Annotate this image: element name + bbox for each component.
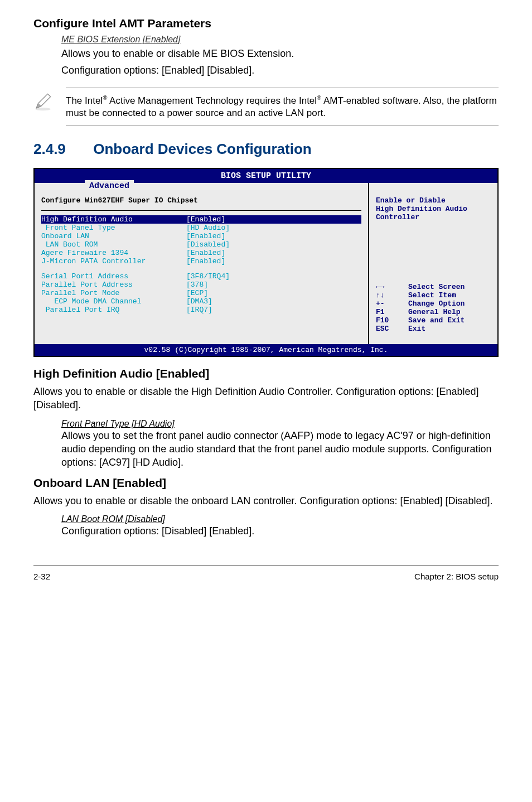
bios-hint-row: ←→Select Screen	[376, 283, 491, 291]
bios-setting-row: Parallel Port Mode[ECP]	[41, 289, 361, 297]
bios-setting-value: [ECP]	[186, 289, 361, 297]
svg-point-0	[35, 108, 50, 110]
hda-subheading: Front Panel Type [HD Audio]	[61, 419, 499, 429]
bios-setting-label: Serial Port1 Address	[41, 272, 186, 281]
bios-setting-row: High Definition Audio[Enabled]	[41, 215, 361, 224]
bios-hint-text: Select Screen	[408, 283, 465, 291]
bios-right-panel: Enable or DiableHigh Definition AudioCon…	[369, 183, 497, 344]
hda-text2: Allows you to set the front panel audio …	[61, 429, 499, 470]
bios-setting-row: Onboard LAN[Enabled]	[41, 232, 361, 240]
hda-text1: Allows you to enable or disable the High…	[33, 385, 499, 412]
bios-hint-key: ↑↓	[376, 291, 397, 299]
bios-setting-label: Onboard LAN	[41, 232, 186, 240]
bios-setting-row: Serial Port1 Address[3F8/IRQ4]	[41, 272, 361, 281]
bios-setting-value: [HD Audio]	[186, 224, 361, 232]
bios-hint-text: General Help	[408, 308, 461, 316]
lan-subheading: LAN Boot ROM [Disabled]	[61, 514, 499, 524]
bios-hint-row: F1General Help	[376, 308, 491, 316]
lan-section: Onboard LAN [Enabled] Allows you to enab…	[33, 476, 499, 538]
bios-setting-row: ECP Mode DMA Channel[DMA3]	[41, 297, 361, 306]
bios-setting-label: ECP Mode DMA Channel	[41, 297, 186, 306]
bios-setting-value: [IRQ7]	[186, 306, 361, 314]
bios-hint-key: +-	[376, 299, 397, 308]
bios-screenshot: BIOS SETUP UTILITY Advanced Configure Wi…	[33, 168, 499, 357]
bios-hint-row: F10Save and Exit	[376, 316, 491, 325]
note-box: The Intel® Active Management Technology …	[33, 88, 499, 127]
page-number: 2-32	[33, 572, 50, 581]
note-text: The Intel® Active Management Technology …	[66, 88, 499, 127]
bios-setting-value: [Enabled]	[186, 249, 361, 257]
heading-title: Onboard Devices Configuration	[93, 141, 312, 157]
bios-hint-text: Exit	[408, 325, 425, 333]
bios-setting-value: [3F8/IRQ4]	[186, 272, 361, 281]
bios-left-panel: Configure Win627EHF Super IO Chipset Hig…	[35, 183, 369, 344]
bios-hint-row: ESCExit	[376, 325, 491, 333]
bios-hint-key: F10	[376, 316, 397, 325]
bios-footer: v02.58 (C)Copyright 1985-2007, American …	[35, 344, 497, 356]
bios-setting-label: Front Panel Type	[41, 224, 186, 232]
bios-setting-row: LAN Boot ROM[Disabled]	[41, 240, 361, 249]
amt-text1: Allows you to enable or disable ME BIOS …	[61, 47, 499, 60]
amt-heading: Configure Intel AMT Parameters	[33, 17, 499, 30]
bios-hint-key: ←→	[376, 283, 397, 291]
page-footer: 2-32 Chapter 2: BIOS setup	[33, 566, 499, 595]
bios-hint-row: ↑↓Select Item	[376, 291, 491, 299]
bios-setting-label: High Definition Audio	[41, 215, 186, 224]
bios-help-text: Enable or DiableHigh Definition AudioCon…	[376, 187, 491, 221]
bios-setting-row: Front Panel Type[HD Audio]	[41, 224, 361, 232]
bios-setting-row: Parallel Port Address[378]	[41, 281, 361, 289]
amt-text2: Configuration options: [Enabled] [Disabl…	[61, 64, 499, 77]
main-heading: 2.4.9 Onboard Devices Configuration	[33, 141, 499, 158]
lan-text2: Configuration options: [Disabled] [Enabl…	[61, 524, 499, 538]
lan-heading: Onboard LAN [Enabled]	[33, 476, 499, 490]
bios-setting-value: [Disabled]	[186, 240, 361, 249]
bios-hint-text: Change Option	[408, 299, 465, 308]
heading-number: 2.4.9	[33, 141, 89, 158]
chapter-label: Chapter 2: BIOS setup	[414, 572, 499, 581]
bios-title-bar: BIOS SETUP UTILITY Advanced	[35, 169, 497, 183]
bios-setting-row: Parallel Port IRQ[IRQ7]	[41, 306, 361, 314]
bios-setting-value: [Enabled]	[186, 257, 361, 265]
svg-line-1	[38, 94, 48, 103]
bios-hint-text: Save and Exit	[408, 316, 465, 325]
bios-setting-label: Agere Firewaire 1394	[41, 249, 186, 257]
bios-group-b: Serial Port1 Address[3F8/IRQ4]Parallel P…	[41, 272, 361, 314]
bios-setting-row: J-Micron PATA Controller[Enabled]	[41, 257, 361, 265]
amt-subheading: ME BIOS Extension [Enabled]	[61, 35, 499, 45]
amt-section: Configure Intel AMT Parameters ME BIOS E…	[33, 17, 499, 78]
bios-help-line: Controller	[376, 213, 491, 221]
bios-setting-value: [378]	[186, 281, 361, 289]
bios-setting-label: J-Micron PATA Controller	[41, 257, 186, 265]
bios-help-line: Enable or Diable	[376, 196, 491, 205]
lan-text1: Allows you to enable or disable the onbo…	[33, 494, 499, 508]
bios-title: BIOS SETUP UTILITY	[221, 171, 311, 181]
bios-setting-value: [Enabled]	[186, 215, 361, 224]
bios-setting-row: Agere Firewaire 1394[Enabled]	[41, 249, 361, 257]
bios-nav-hints: ←→Select Screen↑↓Select Item+-Change Opt…	[376, 283, 491, 333]
hda-heading: High Definition Audio [Enabled]	[33, 367, 499, 380]
hda-section: High Definition Audio [Enabled] Allows y…	[33, 367, 499, 469]
bios-setting-value: [Enabled]	[186, 232, 361, 240]
bios-help-line: High Definition Audio	[376, 205, 491, 213]
bios-setting-value: [DMA3]	[186, 297, 361, 306]
bios-hint-key: F1	[376, 308, 397, 316]
bios-hint-text: Select Item	[408, 291, 456, 299]
bios-setting-label: Parallel Port Mode	[41, 289, 186, 297]
bios-setting-label: LAN Boot ROM	[41, 240, 186, 249]
bios-hint-row: +-Change Option	[376, 299, 491, 308]
bios-tab-advanced: Advanced	[85, 180, 134, 192]
bios-hint-key: ESC	[376, 325, 397, 333]
bios-setting-label: Parallel Port Address	[41, 281, 186, 289]
bios-group-a: High Definition Audio[Enabled] Front Pan…	[41, 215, 361, 265]
pencil-icon	[33, 88, 66, 127]
bios-setting-label: Parallel Port IRQ	[41, 306, 186, 314]
